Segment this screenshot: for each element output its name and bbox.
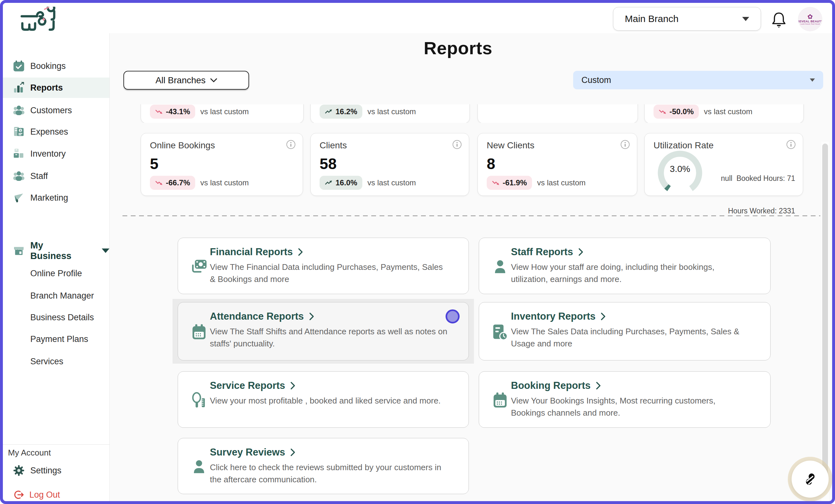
- report-card-survey[interactable]: Survey Reviews Click here to check the r…: [178, 438, 469, 494]
- info-icon[interactable]: [286, 140, 296, 149]
- info-icon[interactable]: [786, 140, 796, 149]
- stat-card-clients[interactable]: Clients 58 16.0% vs last custom: [310, 133, 469, 196]
- floating-action-button[interactable]: [792, 461, 829, 498]
- sidebar-item-settings[interactable]: Settings: [3, 462, 109, 480]
- notification-bell-icon[interactable]: [771, 11, 787, 28]
- sidebar-divider: [3, 444, 109, 445]
- boxes-icon: [13, 147, 25, 160]
- branch-select-label: Main Branch: [625, 14, 678, 24]
- main-content: Reports All Branches Custom -43.1%: [109, 33, 832, 501]
- user-avatar[interactable]: ✿ REVEAL BEAUTY Look Good, Feel Good: [798, 7, 822, 31]
- sidebar-item-marketing[interactable]: Marketing: [3, 187, 109, 208]
- stat-card-new-clients[interactable]: New Clients 8 -61.9% vs last custom: [477, 133, 637, 196]
- info-icon[interactable]: [452, 140, 462, 149]
- stat-card-partial[interactable]: -43.1% vs last custom: [141, 104, 304, 123]
- logout-icon: [14, 489, 24, 500]
- chevron-down-icon: [810, 79, 815, 82]
- mirror-comb-icon: [189, 391, 209, 410]
- trend-down-icon: [659, 109, 667, 114]
- info-icon[interactable]: [620, 140, 630, 149]
- gear-icon: [13, 464, 25, 477]
- trend-up-icon: [325, 180, 333, 185]
- brand-glyph-icon: [802, 471, 818, 487]
- app-root: Main Branch ✿ REVEAL BEAUTY Look Good, F…: [0, 0, 835, 504]
- bar-chart-icon: [13, 81, 25, 94]
- chevron-right-icon: [596, 382, 601, 390]
- stat-card-partial[interactable]: 16.2% vs last custom: [310, 104, 470, 123]
- sidebar-item-inventory[interactable]: Inventory: [3, 144, 109, 164]
- sidebar-item-logout[interactable]: Log Out: [3, 487, 109, 502]
- click-indicator: [446, 309, 460, 323]
- stat-card-online-bookings[interactable]: Online Bookings 5 -66.7% vs last custom: [141, 133, 303, 196]
- report-card-booking[interactable]: Booking Reports View Your Bookings Insig…: [479, 371, 771, 428]
- change-badge: -50.0%: [653, 105, 699, 119]
- sidebar-item-bookings[interactable]: Bookings: [3, 56, 109, 76]
- date-range-select[interactable]: Custom: [573, 71, 823, 89]
- banknote-icon: [189, 257, 209, 276]
- avatar-flower-icon: ✿: [808, 14, 813, 20]
- calendar-icon: [491, 391, 510, 410]
- svg-text:$: $: [20, 129, 21, 132]
- sidebar-item-services[interactable]: Services: [3, 352, 109, 370]
- chevron-right-icon: [298, 248, 303, 256]
- report-card-staff[interactable]: Staff Reports View How your staff are do…: [479, 238, 771, 294]
- person-icon: [491, 257, 510, 276]
- sidebar-item-payment-plans[interactable]: Payment Plans: [3, 330, 109, 348]
- my-account-section-label: My Account: [8, 448, 51, 458]
- people-icon: [13, 104, 25, 117]
- trend-down-icon: [155, 109, 163, 114]
- chevron-right-icon: [290, 448, 296, 457]
- calendar-icon: [189, 322, 209, 342]
- calendar-check-icon: [13, 60, 25, 73]
- people-icon: [13, 170, 25, 182]
- gauge-value: 3.0%: [653, 164, 707, 174]
- scrollbar-thumb[interactable]: [822, 144, 828, 475]
- app-logo[interactable]: [20, 7, 59, 33]
- report-card-attendance[interactable]: Attendance Reports View The Staff Shifts…: [178, 302, 469, 360]
- sidebar-item-expenses[interactable]: $ Expenses: [3, 122, 109, 142]
- sidebar-item-staff[interactable]: Staff: [3, 166, 109, 186]
- dashed-divider: [122, 215, 820, 216]
- avatar-sub-text: Look Good, Feel Good: [800, 23, 820, 25]
- storefront-icon: [13, 244, 25, 257]
- avatar-brand-text: REVEAL BEAUTY: [798, 20, 822, 23]
- chevron-right-icon: [578, 248, 583, 256]
- stats-partial-row: -43.1% vs last custom 16.2% vs last cust…: [109, 104, 832, 123]
- branch-select[interactable]: Main Branch: [613, 7, 761, 31]
- sidebar-item-reports[interactable]: Reports: [3, 78, 109, 98]
- person-icon: [189, 457, 209, 476]
- report-card-inventory[interactable]: Inventory Reports View The Sales Data in…: [479, 302, 771, 360]
- all-branches-filter-button[interactable]: All Branches: [123, 71, 249, 89]
- trend-down-icon: [492, 180, 500, 185]
- chevron-down-icon: [742, 17, 749, 21]
- chevron-right-icon: [290, 382, 296, 390]
- topbar: Main Branch ✿ REVEAL BEAUTY Look Good, F…: [3, 3, 832, 33]
- document-clock-icon: [491, 322, 510, 342]
- sidebar: Bookings Reports Customer: [3, 33, 110, 501]
- change-badge: 16.0%: [320, 176, 362, 190]
- sidebar-item-customers[interactable]: Customers: [3, 100, 109, 121]
- page-title: Reports: [109, 38, 807, 58]
- chevron-down-icon: [210, 78, 217, 83]
- change-badge: -61.9%: [487, 176, 532, 190]
- report-card-service[interactable]: Service Reports View your most profitabl…: [178, 371, 469, 428]
- stat-card-utilization-rate[interactable]: Utilization Rate 3.0% null Booked Hours:…: [644, 133, 803, 196]
- megaphone-icon: [13, 191, 25, 204]
- change-badge: -43.1%: [150, 105, 195, 119]
- sidebar-section-my-business[interactable]: My Business: [3, 241, 109, 261]
- stat-card-partial[interactable]: -50.0% vs last custom: [644, 104, 804, 123]
- trend-up-icon: [325, 109, 333, 114]
- chevron-right-icon: [600, 312, 606, 321]
- gauge-side-text: null Booked Hours: 71 Hours Worked: 2331: [721, 151, 795, 238]
- sidebar-item-business-details[interactable]: Business Details: [3, 308, 109, 326]
- sidebar-item-branch-manager[interactable]: Branch Manager: [3, 287, 109, 305]
- chevron-right-icon: [309, 312, 314, 321]
- report-card-financial[interactable]: Financial Reports View The Financial Dat…: [178, 238, 469, 294]
- receipt-icon: $: [13, 125, 25, 138]
- trend-down-icon: [155, 180, 163, 185]
- chevron-down-icon: [102, 248, 109, 253]
- stat-card-partial[interactable]: [477, 104, 638, 123]
- change-badge: -66.7%: [150, 176, 195, 190]
- sidebar-item-online-profile[interactable]: Online Profile: [3, 264, 109, 282]
- change-badge: 16.2%: [320, 105, 362, 119]
